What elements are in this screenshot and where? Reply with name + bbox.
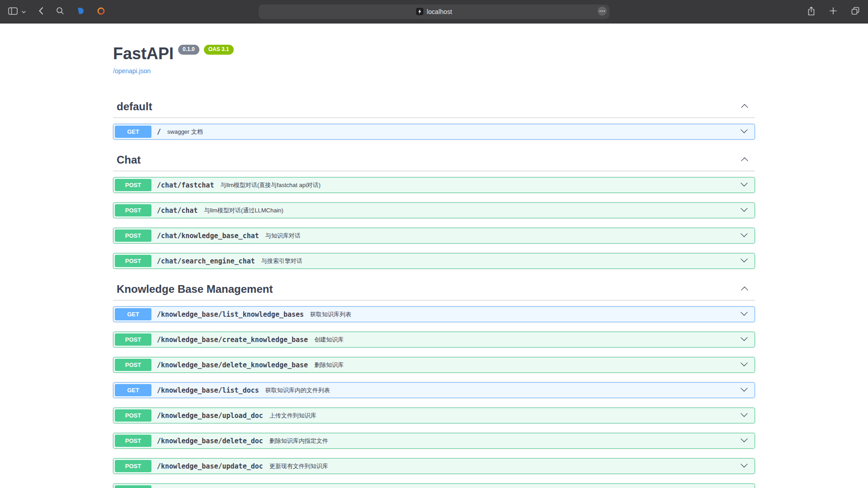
expand-operation-button[interactable] — [738, 385, 750, 395]
sidebar-menu-button[interactable] — [21, 7, 27, 16]
chevron-up-icon — [741, 285, 749, 294]
chevron-up-icon — [741, 155, 749, 165]
new-tab-button[interactable] — [828, 6, 838, 17]
operation-row[interactable]: POST /knowledge_base/create_knowledge_ba… — [113, 332, 755, 347]
operations-list: POST /chat/fastchat 与llm模型对话(直接与fastchat… — [113, 177, 755, 269]
http-method-badge: POST — [115, 204, 151, 216]
http-method-badge: POST — [115, 359, 151, 371]
search-icon — [56, 7, 64, 16]
operation-summary: 删除知识库 — [314, 361, 344, 369]
tab-overview-button[interactable] — [850, 5, 861, 18]
operation-row[interactable]: POST /chat/chat 与llm模型对话(通过LLMChain) — [113, 202, 755, 218]
back-icon — [38, 7, 43, 16]
chevron-up-icon — [741, 102, 749, 112]
operation-row[interactable]: POST /knowledge_base/update_doc 更新现有文件到知… — [113, 458, 755, 474]
operation-summary-bar: POST /chat/fastchat 与llm模型对话(直接与fastchat… — [113, 178, 755, 192]
http-method-badge: GET — [115, 384, 151, 396]
operation-summary: 获取知识库内的文件列表 — [265, 386, 330, 394]
http-method-badge: POST — [115, 333, 151, 346]
collapse-section-button[interactable] — [739, 285, 750, 294]
http-method-badge: POST — [115, 255, 151, 267]
expand-operation-button[interactable] — [738, 127, 750, 136]
expand-operation-button[interactable] — [738, 256, 750, 266]
operation-summary: 更新现有文件到知识库 — [269, 462, 328, 470]
operation-summary-bar: GET /knowledge_base/list_knowledge_bases… — [113, 307, 755, 322]
swagger-page: FastAPI 0.1.0 OAS 3.1 /openapi.json defa… — [104, 44, 764, 488]
chevron-down-icon — [740, 385, 748, 395]
operation-summary: 与llm模型对话(通过LLMChain) — [204, 206, 283, 215]
chevron-down-icon — [740, 127, 748, 136]
expand-operation-button[interactable] — [738, 231, 750, 240]
sections-container: default GET / swagger 文档 Chat — [113, 96, 755, 488]
api-section: Knowledge Base Management GET /knowledge… — [113, 278, 755, 488]
sidebar-toggle-button[interactable] — [7, 6, 19, 17]
collapse-section-button[interactable] — [739, 102, 750, 112]
operation-row[interactable]: GET / swagger 文档 — [113, 124, 755, 140]
api-section: Chat POST /chat/fastchat 与llm模型对话(直接与fas… — [113, 149, 755, 269]
share-button[interactable] — [806, 5, 816, 18]
operation-row[interactable]: POST /chat/search_engine_chat 与搜索引擎对话 — [113, 253, 755, 269]
chevron-down-icon — [740, 206, 748, 215]
section-title: default — [117, 100, 152, 113]
operation-path: /knowledge_base/update_doc — [157, 462, 263, 470]
chevron-down-icon — [740, 411, 748, 420]
api-section: default GET / swagger 文档 — [113, 96, 755, 140]
operation-row[interactable]: POST /knowledge_base/delete_doc 删除知识库内指定… — [113, 433, 755, 449]
operation-summary-bar: POST /knowledge_base/create_knowledge_ba… — [113, 332, 755, 347]
blue-extension-icon — [77, 7, 85, 16]
section-title: Chat — [117, 154, 141, 166]
expand-operation-button[interactable] — [738, 461, 750, 471]
operation-summary: swagger 文档 — [167, 128, 203, 136]
chevron-down-icon — [740, 231, 748, 240]
search-button[interactable] — [55, 6, 65, 17]
http-method-badge: POST — [115, 179, 151, 191]
address-bar[interactable]: localhost — [259, 5, 609, 19]
page-title: FastAPI 0.1.0 OAS 3.1 — [113, 44, 755, 63]
operation-row[interactable]: POST /knowledge_base/upload_doc 上传文件到知识库 — [113, 408, 755, 423]
operation-summary: 创建知识库 — [314, 336, 344, 344]
operation-row[interactable]: POST /knowledge_base/recreate_vector_sto… — [113, 483, 755, 488]
expand-operation-button[interactable] — [738, 360, 750, 370]
chevron-down-icon — [740, 180, 748, 190]
page-menu-button[interactable] — [597, 6, 607, 17]
section-header[interactable]: default — [113, 96, 755, 118]
operation-row[interactable]: GET /knowledge_base/list_docs 获取知识库内的文件列… — [113, 382, 755, 398]
operation-row[interactable]: POST /chat/knowledge_base_chat 与知识库对话 — [113, 228, 755, 244]
api-title-text: FastAPI — [113, 44, 174, 63]
openapi-spec-link[interactable]: /openapi.json — [113, 67, 151, 75]
operation-path: /knowledge_base/list_knowledge_bases — [157, 310, 304, 319]
operation-summary: 与搜索引擎对话 — [261, 257, 302, 265]
section-header[interactable]: Knowledge Base Management — [113, 278, 755, 300]
expand-operation-button[interactable] — [738, 335, 750, 344]
orange-extension-button[interactable] — [96, 6, 106, 17]
api-info: FastAPI 0.1.0 OAS 3.1 /openapi.json — [113, 44, 755, 75]
operation-summary-bar: POST /chat/knowledge_base_chat 与知识库对话 — [113, 228, 755, 243]
expand-operation-button[interactable] — [738, 436, 750, 446]
sidebar-toggle-icon — [8, 7, 18, 16]
expand-operation-button[interactable] — [738, 180, 750, 190]
browser-toolbar: localhost — [0, 0, 868, 23]
operation-row[interactable]: GET /knowledge_base/list_knowledge_bases… — [113, 306, 755, 322]
operation-path: / — [157, 128, 161, 136]
back-button[interactable] — [38, 6, 44, 17]
expand-operation-button[interactable] — [738, 206, 750, 215]
operation-summary: 删除知识库内指定文件 — [269, 437, 328, 445]
operation-row[interactable]: POST /knowledge_base/delete_knowledge_ba… — [113, 357, 755, 373]
chevron-down-icon — [740, 256, 748, 266]
expand-operation-button[interactable] — [738, 411, 750, 420]
operation-row[interactable]: POST /chat/fastchat 与llm模型对话(直接与fastchat… — [113, 177, 755, 193]
operation-summary-bar: GET / swagger 文档 — [113, 124, 755, 139]
oas-badge: OAS 3.1 — [204, 45, 234, 55]
operation-summary-bar: POST /knowledge_base/delete_doc 删除知识库内指定… — [113, 433, 755, 448]
collapse-section-button[interactable] — [739, 155, 750, 165]
expand-operation-button[interactable] — [738, 310, 750, 319]
chevron-down-icon — [740, 310, 748, 319]
operation-summary-bar: POST /knowledge_base/recreate_vector_sto… — [113, 484, 755, 488]
operation-path: /knowledge_base/delete_doc — [157, 437, 263, 445]
operation-path: /chat/fastchat — [157, 181, 214, 189]
toolbar-left-group — [7, 6, 106, 17]
chevron-down-icon — [740, 436, 748, 446]
blue-extension-button[interactable] — [76, 6, 85, 17]
operation-summary-bar: POST /chat/chat 与llm模型对话(通过LLMChain) — [113, 203, 755, 218]
section-header[interactable]: Chat — [113, 149, 755, 171]
